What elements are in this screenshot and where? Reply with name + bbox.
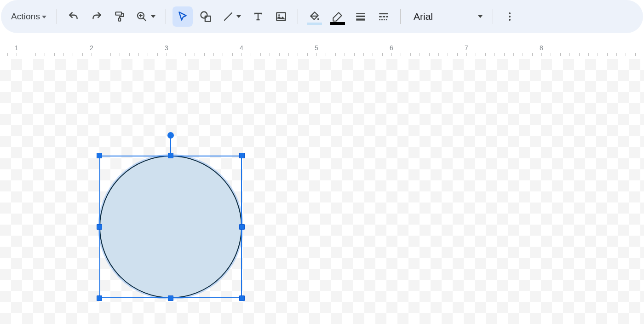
- ruler-tick: [598, 53, 598, 56]
- ruler-tick: [148, 53, 148, 56]
- paint-format-icon: [114, 11, 126, 23]
- resize-handle-s[interactable]: [168, 295, 173, 301]
- ruler-tick: [476, 53, 476, 56]
- resize-handle-ne[interactable]: [239, 153, 245, 158]
- svg-rect-20: [384, 19, 385, 20]
- ruler-number: 5: [315, 44, 318, 52]
- actions-menu-button[interactable]: Actions: [8, 6, 50, 27]
- ruler-tick: [551, 53, 551, 56]
- ruler-tick: [345, 53, 345, 56]
- border-weight-icon: [355, 11, 367, 23]
- ruler-tick: [92, 53, 92, 56]
- svg-rect-11: [356, 13, 365, 14]
- resize-handle-nw[interactable]: [97, 153, 102, 158]
- ruler-tick: [82, 53, 83, 56]
- svg-point-23: [509, 16, 511, 17]
- ruler-tick: [560, 53, 561, 56]
- ruler-tick: [63, 53, 64, 56]
- svg-rect-19: [381, 19, 383, 20]
- ruler-tick: [195, 53, 195, 56]
- zoom-button[interactable]: [132, 6, 159, 27]
- ruler-tick: [7, 53, 8, 56]
- insert-image-button[interactable]: [271, 6, 291, 27]
- ruler-tick: [541, 53, 542, 56]
- ruler-tick: [73, 53, 73, 56]
- resize-handle-sw[interactable]: [97, 295, 102, 301]
- image-icon: [275, 11, 287, 23]
- ruler-tick: [607, 53, 608, 56]
- ruler-tick: [307, 53, 308, 56]
- ruler-tick: [129, 53, 130, 56]
- border-weight-button[interactable]: [351, 6, 371, 27]
- ruler-tick: [110, 53, 111, 56]
- resize-handle-n[interactable]: [168, 153, 173, 158]
- fill-color-button[interactable]: [305, 6, 325, 27]
- resize-handle-e[interactable]: [239, 224, 245, 230]
- ruler-tick: [120, 53, 120, 56]
- ruler-tick: [616, 53, 617, 56]
- ruler-tick: [420, 53, 420, 56]
- ruler-tick: [185, 53, 186, 56]
- ruler-tick: [354, 53, 355, 56]
- svg-rect-21: [386, 19, 387, 20]
- ruler-tick: [54, 53, 55, 56]
- ruler-tick: [242, 53, 242, 56]
- drawing-canvas[interactable]: [0, 59, 644, 324]
- ruler-tick: [448, 53, 448, 56]
- more-options-button[interactable]: [500, 6, 520, 27]
- select-tool-button[interactable]: [172, 6, 193, 27]
- ruler-tick: [251, 53, 251, 56]
- undo-button[interactable]: [63, 6, 84, 27]
- svg-point-24: [509, 19, 511, 21]
- ruler-tick: [363, 53, 364, 56]
- ruler-tick: [138, 53, 139, 56]
- text-box-button[interactable]: [248, 6, 268, 27]
- ruler-number: 8: [540, 44, 543, 52]
- resize-handle-w[interactable]: [97, 224, 102, 230]
- ruler-tick: [635, 53, 636, 56]
- ruler-tick: [288, 53, 289, 56]
- shape-icon: [199, 10, 212, 23]
- ruler-tick: [588, 53, 589, 56]
- fill-color-icon: [309, 11, 321, 23]
- ruler-tick: [157, 53, 158, 56]
- svg-point-10: [278, 14, 280, 16]
- ellipse-shape[interactable]: [99, 156, 242, 298]
- resize-handle-se[interactable]: [239, 295, 245, 301]
- toolbar-separator: [493, 9, 493, 24]
- toolbar-separator: [400, 9, 401, 24]
- ruler-tick: [579, 53, 580, 56]
- ruler-tick: [429, 53, 430, 56]
- ruler-tick: [167, 53, 167, 56]
- rotation-handle[interactable]: [167, 132, 174, 139]
- font-picker[interactable]: Arial: [407, 6, 486, 27]
- ruler-number: 3: [165, 44, 168, 52]
- ruler-tick: [35, 53, 36, 56]
- ruler-tick: [213, 53, 214, 56]
- ruler-tick: [382, 53, 383, 56]
- line-tool-button[interactable]: [218, 6, 245, 27]
- ruler-tick: [438, 53, 439, 56]
- border-dash-button[interactable]: [374, 6, 394, 27]
- caret-down-icon: [236, 15, 241, 18]
- ruler-tick: [391, 53, 392, 56]
- ruler-number: 7: [465, 44, 468, 52]
- ruler-tick: [204, 53, 205, 56]
- ruler-tick: [373, 53, 373, 56]
- svg-rect-12: [356, 16, 365, 17]
- fill-color-swatch: [307, 23, 322, 25]
- ruler-tick: [466, 53, 467, 56]
- ruler-tick: [494, 53, 495, 56]
- svg-line-3: [143, 18, 146, 21]
- selected-shape[interactable]: [99, 156, 242, 298]
- redo-button[interactable]: [86, 6, 107, 27]
- ruler-tick: [401, 53, 401, 56]
- border-color-button[interactable]: [328, 6, 348, 27]
- svg-rect-0: [115, 12, 121, 15]
- ruler-tick: [316, 53, 317, 56]
- text-box-icon: [252, 10, 264, 23]
- paint-format-button[interactable]: [109, 6, 130, 27]
- horizontal-ruler[interactable]: 12345678: [0, 41, 644, 56]
- ruler-number: 6: [390, 44, 393, 52]
- shape-tool-button[interactable]: [196, 6, 216, 27]
